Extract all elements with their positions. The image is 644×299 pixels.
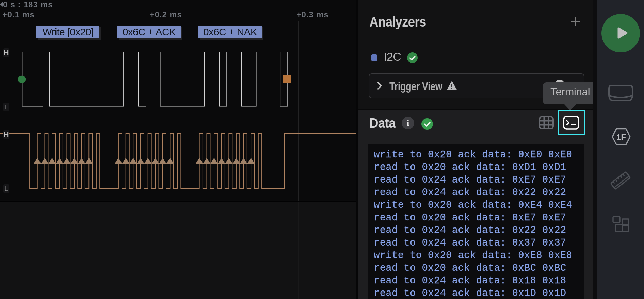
svg-text:1F: 1F — [616, 132, 626, 142]
